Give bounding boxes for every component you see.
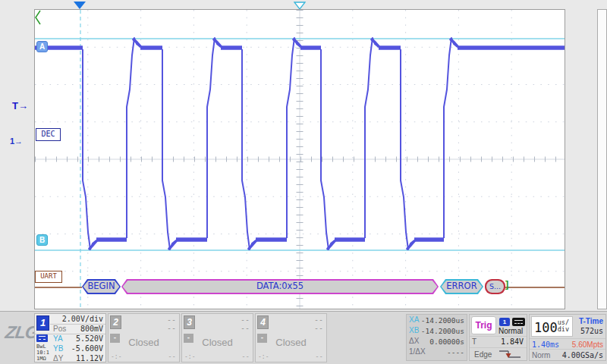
ch1-volts-div: 2.00V/div [62,315,103,323]
ch4-state: Closed [256,337,326,348]
trigger-position-marker[interactable] [74,2,86,9]
ch2-nd1: -:- [111,353,121,360]
scope-canvas [35,10,565,309]
uart-frame-error: ERROR [440,279,483,294]
cursor-yb-badge[interactable]: B [36,234,48,246]
ch3-nd1: -:- [184,353,195,360]
timebase-scale-box[interactable]: 100 us/ div [531,316,573,337]
dx-label: ΔX [409,337,419,345]
xa-label: XA [409,315,419,324]
scope-display: A B DEC UART BEGIN DATA:0x55 ERROR S... … [34,9,565,309]
ch1-dy-label: ΔY [53,354,63,362]
ch1-coupling-dc-icon [36,334,48,342]
uart-bus-label: UART [35,271,62,283]
time-window: 1.40ms [532,340,559,349]
timebase-unit: us/ div [558,319,569,333]
trigger-panel[interactable]: Trig 1 Normal T 1.84V Edge [469,314,527,361]
ch1-pos-label: Pos [53,325,66,333]
ch3-state: Closed [182,337,253,348]
decode-indicator: DEC [36,128,61,141]
uart-frame-begin: BEGIN [82,279,121,294]
ch3-dash1: -- [241,315,250,324]
xb-label: XB [409,326,419,334]
side-scroll-strip[interactable] [597,9,607,309]
ch2-state: Closed [109,337,179,348]
ch1-bwl-label: BwL [36,344,46,350]
invdx-label: 1/ΔX [409,347,426,356]
ch2-nd2: -- [168,353,176,360]
ch1-ya-label: YA [53,334,63,343]
channel1-level-indicator[interactable]: 1→ [10,136,23,146]
ch1-ya-value: 5.520V [76,334,103,343]
uart-frame-stop: S... [485,279,505,294]
trigger-t-label: T [472,337,476,346]
ch1-yb-value: -5.600V [71,344,103,353]
trigger-level-indicator[interactable]: T→ [12,100,28,111]
timebase-panel[interactable]: 100 us/ div T-Time 572us 1.40ms 5.60Mpts… [529,314,606,361]
invdx-value: ---- [447,348,464,356]
ch1-pos-value: 800mV [80,325,103,333]
cursor-readout-panel[interactable]: XA -14.2000us XB -14.2000us ΔX 0.00000s … [406,314,467,361]
ch4-nd1: -:- [258,353,269,360]
channel2-badge[interactable]: 2 [110,315,121,329]
channel3-badge[interactable]: 3 [184,315,195,329]
dx-value: 0.00000s [429,337,464,346]
trig-button[interactable]: Trig [471,316,496,334]
frame-end-bracket: ] [505,278,508,290]
uart-frame-data: DATA:0x55 [121,279,439,294]
trigger-source-badge: 1 [499,318,510,326]
ch2-dash1: -- [167,315,176,324]
status-bar: ZLG® 1 2.00V/div Pos 800mV YA 5.520V BwL… [0,311,607,364]
cursor-ya-badge[interactable]: A [36,41,48,52]
xb-value: -14.2000us [421,327,464,335]
sample-rate: 4.00GSa/s [562,351,603,359]
ttime-value: 572us [580,327,603,335]
trigger-mode: Normal [498,327,523,335]
ch1-probe-ratio: 10:1 [36,350,49,356]
oscilloscope-app: { "screen": { "cursor_a_label": "A", "cu… [0,0,607,364]
frame-start-chevron [35,10,41,25]
channel1-panel[interactable]: 1 2.00V/div Pos 800mV YA 5.520V BwL 10:1… [34,313,106,362]
ch4-nd2: -- [315,353,323,360]
channel4-panel[interactable]: 4 -- -- - Closed -:- -- [255,313,327,362]
timebase-scale: 100 [534,320,558,335]
ttime-label: T-Time [579,317,603,325]
channel4-badge[interactable]: 4 [257,315,269,329]
ch4-dash2: -- [314,324,323,332]
channel3-panel[interactable]: 3 -- -- - Closed -:- -- [181,313,253,362]
falling-edge-icon [497,349,523,360]
waveform-ch1-edges [83,38,458,249]
ch3-dash2: -- [241,324,250,332]
ch3-nd2: -- [241,353,250,360]
ch2-dash2: -- [167,324,176,332]
ch1-yb-label: YB [53,344,63,353]
trigger-type: Edge [474,350,492,359]
memory-depth: 5.60Mpts [572,340,603,349]
channel1-badge[interactable]: 1 [36,315,49,331]
acquire-mode: Norm [532,351,550,359]
ch4-dash1: -- [314,315,323,324]
trigger-coupling-dc-icon [512,318,525,326]
ch1-impedance: 1MΩ [36,356,46,362]
trigger-level: 1.84V [501,337,524,346]
xa-value: -14.2000us [421,316,464,325]
channel2-panel[interactable]: 2 -- -- - Closed -:- -- [108,313,180,362]
ch1-dy-value: 11.12V [76,354,103,362]
